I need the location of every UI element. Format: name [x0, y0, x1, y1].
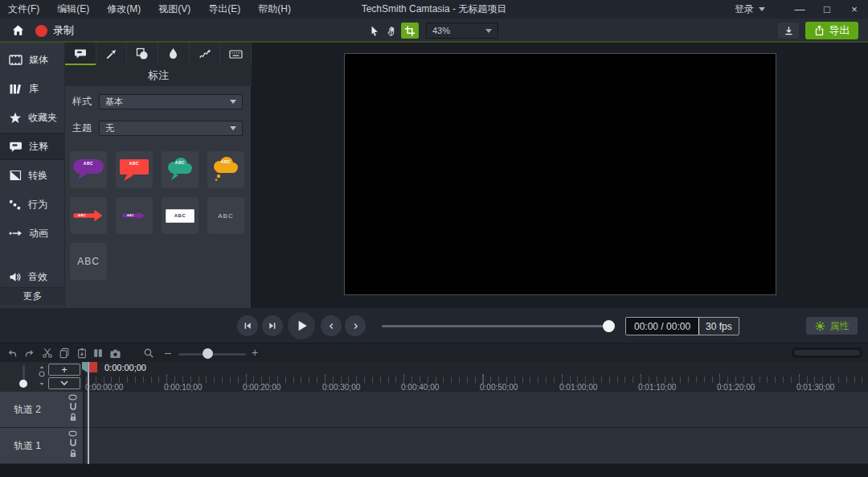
sidebar-item-favorites[interactable]: 收藏夹 [0, 105, 65, 130]
droplet-icon [168, 47, 178, 60]
login-button[interactable]: 登录 [735, 0, 765, 19]
eye-icon[interactable] [68, 430, 77, 437]
tab-shapes[interactable] [127, 43, 158, 65]
copy-button[interactable] [57, 347, 72, 360]
sidebar-item-library[interactable]: 库 [0, 76, 65, 101]
lock-icon[interactable] [69, 413, 77, 421]
step-back-button[interactable] [237, 315, 258, 336]
tile-label: ABC [175, 160, 185, 165]
tile-label: ABC [174, 213, 186, 218]
tab-keystrokes[interactable] [220, 43, 252, 65]
callout-tile-cloud-speech[interactable]: ABC [162, 151, 199, 188]
track-options-button[interactable] [48, 377, 80, 389]
track-header[interactable]: 轨道 2 [0, 392, 84, 428]
scrollbar-thumb[interactable] [794, 350, 860, 356]
export-button[interactable]: 导出 [805, 22, 858, 39]
properties-button[interactable]: 属性 [806, 317, 858, 335]
eye-icon[interactable] [68, 394, 77, 401]
home-button[interactable] [8, 22, 27, 39]
canvas-zoom-select[interactable]: 43% [426, 23, 498, 39]
download-button[interactable] [778, 23, 799, 39]
maximize-button[interactable]: □ [813, 0, 841, 19]
sidebar-item-annotations[interactable]: 注释 [0, 133, 65, 160]
theme-select[interactable]: 无 [99, 121, 243, 136]
callout-tile-rect-speech[interactable]: ABC [116, 151, 153, 188]
menu-export[interactable]: 导出(E) [208, 2, 240, 16]
playhead-out-handle[interactable] [89, 362, 97, 372]
undo-icon [6, 348, 18, 359]
timeline-scrollbar[interactable] [792, 347, 862, 358]
transition-icon [9, 170, 22, 181]
undo-button[interactable] [5, 347, 19, 360]
sidebar-item-behaviors[interactable]: 行为 [0, 192, 65, 216]
seek-slider-thumb[interactable] [603, 320, 615, 332]
menu-file[interactable]: 文件(F) [8, 2, 39, 16]
paste-button[interactable] [75, 347, 89, 360]
zoom-in-button[interactable]: + [248, 346, 262, 359]
animation-arrow-icon [9, 228, 23, 238]
track-lane[interactable] [84, 392, 868, 428]
step-forward-button[interactable] [262, 315, 283, 336]
callout-tile-arrow-purple[interactable]: ABC [116, 197, 153, 234]
tile-label: ABC [218, 212, 233, 220]
track-lane[interactable] [84, 428, 868, 464]
callout-tile-plain-text-large[interactable]: ABC [70, 243, 107, 280]
sidebar-item-transitions[interactable]: 转换 [0, 163, 65, 187]
magnet-icon[interactable] [69, 438, 77, 447]
hand-icon [387, 25, 398, 37]
playhead-line[interactable] [88, 362, 89, 464]
snapshot-button[interactable] [108, 347, 122, 360]
split-button[interactable] [91, 347, 105, 360]
menu-modify[interactable]: 修改(M) [107, 2, 141, 16]
add-track-button[interactable]: + [48, 364, 80, 376]
time-value: 00:00 / 00:00 [626, 318, 698, 335]
playhead-time: 0:00:00;00 [104, 363, 146, 372]
close-button[interactable]: × [841, 0, 868, 19]
track-name: 轨道 2 [14, 392, 41, 427]
menu-view[interactable]: 视图(V) [158, 2, 190, 16]
callout-tile-white-box[interactable]: ABC [162, 197, 199, 234]
style-select[interactable]: 基本 [99, 94, 243, 109]
sidebar: 媒体 库 收藏夹 注释 [0, 43, 65, 308]
crop-tool-button[interactable] [401, 23, 419, 39]
cursor-tool-button[interactable] [366, 23, 383, 39]
menu-help[interactable]: 帮助(H) [258, 2, 291, 16]
camera-icon [109, 348, 121, 359]
pan-tool-button[interactable] [383, 23, 401, 39]
sidebar-item-media[interactable]: 媒体 [0, 47, 65, 72]
timeline-zoom-thumb[interactable] [203, 348, 213, 359]
sidebar-item-audio-effects[interactable]: 音效 [0, 265, 65, 289]
minimize-button[interactable]: — [786, 0, 813, 19]
tab-callouts[interactable] [65, 43, 96, 65]
menu-edit[interactable]: 编辑(E) [57, 2, 89, 16]
speaker-icon [9, 271, 22, 283]
callout-tile-plain-text[interactable]: ABC [207, 197, 244, 234]
play-button[interactable] [288, 312, 315, 339]
sidebar-more-button[interactable]: 更多 [0, 287, 65, 305]
record-button[interactable]: 录制 [35, 22, 74, 39]
track-height-slider-thumb[interactable] [19, 380, 27, 388]
callout-tile-thought-cloud[interactable]: ABC [207, 151, 244, 188]
sidebar-item-animations[interactable]: 动画 [0, 221, 65, 245]
magnet-icon[interactable] [69, 402, 77, 411]
fps-value[interactable]: 30 fps [698, 318, 739, 335]
callout-tile-rounded-speech[interactable]: ABC [70, 151, 107, 188]
redo-button[interactable] [23, 347, 37, 360]
sidebar-item-label: 库 [29, 82, 39, 96]
lock-icon[interactable] [69, 449, 77, 458]
tab-arrows[interactable] [96, 43, 128, 65]
previous-clip-button[interactable] [321, 315, 342, 336]
cut-button[interactable] [40, 347, 55, 360]
next-clip-button[interactable] [345, 315, 366, 336]
zoom-out-button[interactable]: – [161, 346, 175, 359]
login-label: 登录 [735, 2, 754, 16]
play-icon [294, 319, 309, 333]
track-header[interactable]: 轨道 1 [0, 428, 84, 464]
callout-tile-arrow-red[interactable]: ABC [70, 197, 107, 234]
preview-canvas[interactable] [344, 53, 776, 295]
tab-blur[interactable] [158, 43, 190, 65]
theme-row: 主题 无 [65, 119, 252, 137]
seek-slider[interactable] [382, 325, 613, 327]
tab-sketch-motion[interactable] [190, 43, 221, 65]
timeline-zoom-button[interactable] [141, 347, 156, 360]
